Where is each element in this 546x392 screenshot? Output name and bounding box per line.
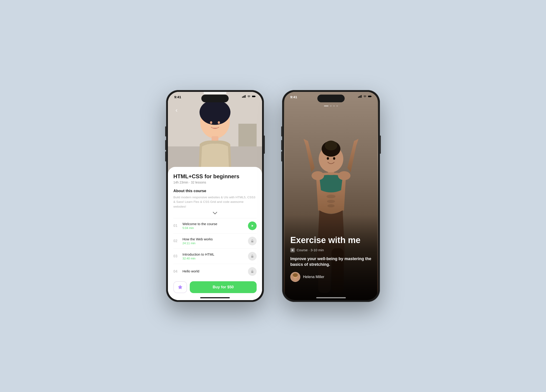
wifi-icon-2 <box>363 95 367 98</box>
lock-icon-2 <box>250 239 254 243</box>
lesson-lock-button-2 <box>248 237 257 245</box>
phone-2-screen: 9:41 <box>284 92 378 300</box>
lesson-num-2: 02 <box>173 239 182 243</box>
svg-rect-2 <box>244 96 245 97</box>
dynamic-island-1 <box>201 95 229 102</box>
svg-point-33 <box>326 195 335 198</box>
course-description: Build modern responsive websites & UIs w… <box>173 195 257 209</box>
buy-button[interactable]: Buy for $50 <box>190 281 257 293</box>
status-icons-2 <box>358 95 372 98</box>
lesson-info-3: Introduction to HTML 32:40 min <box>182 252 248 260</box>
dot-1 <box>324 105 329 106</box>
instructor-avatar <box>290 272 300 282</box>
exercise-type-row: Course · 3-10 min <box>290 248 372 252</box>
battery-icon-2 <box>368 95 372 98</box>
exercise-title: Exercise with me <box>290 236 372 245</box>
svg-rect-18 <box>251 256 253 258</box>
battery-icon-1 <box>252 95 256 98</box>
signal-icon-2 <box>358 95 362 98</box>
back-icon <box>175 109 178 112</box>
phone-1-screen: 9:41 <box>168 92 262 300</box>
wifi-icon-1 <box>247 95 251 98</box>
instructor-name: Helena Miller <box>303 275 324 279</box>
lesson-list: 01 Welcome to the course 5:04 min 02 Ho <box>173 218 257 279</box>
instructor-avatar-svg <box>291 272 300 282</box>
exercise-content: Exercise with me Course · 3-10 min Impro… <box>284 236 378 282</box>
svg-rect-5 <box>255 96 256 97</box>
lesson-name-3: Introduction to HTML <box>182 252 248 256</box>
about-section-title: About this course <box>173 189 257 193</box>
svg-point-32 <box>333 157 335 160</box>
lesson-lock-button-3 <box>248 252 257 261</box>
svg-rect-4 <box>252 96 255 97</box>
lesson-item-3[interactable]: 03 Introduction to HTML 32:40 min <box>173 249 257 264</box>
lesson-name-1: Welcome to the course <box>182 222 248 226</box>
back-button[interactable] <box>172 106 181 115</box>
course-meta: 14h 23min · 32 lessons <box>173 180 257 184</box>
svg-point-14 <box>210 121 212 124</box>
svg-rect-42 <box>371 96 372 97</box>
favorite-button[interactable] <box>173 281 187 293</box>
lesson-duration-2: 24:11 min <box>182 241 248 245</box>
dot-2 <box>330 105 332 106</box>
svg-rect-1 <box>243 96 244 98</box>
lesson-duration-3: 32:40 min <box>182 257 248 260</box>
exercise-description: Improve your well-being by mastering the… <box>290 256 372 267</box>
dot-4 <box>336 105 338 106</box>
play-course-icon <box>291 249 294 251</box>
svg-point-35 <box>327 204 334 207</box>
svg-point-46 <box>293 273 298 277</box>
lesson-info-2: How the Web works 24:11 min <box>182 237 248 245</box>
svg-point-26 <box>325 141 337 150</box>
lesson-lock-button-4 <box>248 267 257 276</box>
pagination-dots <box>284 105 378 106</box>
svg-rect-38 <box>359 96 360 98</box>
lesson-info-1: Welcome to the course 5:04 min <box>182 222 248 230</box>
lesson-play-button-1[interactable] <box>248 221 257 230</box>
svg-point-28 <box>338 171 350 180</box>
course-label: Course · 3-10 min <box>297 248 324 252</box>
svg-rect-41 <box>368 96 371 97</box>
svg-rect-17 <box>251 241 253 242</box>
lesson-item-4[interactable]: 04 Hello world <box>173 264 257 279</box>
dot-3 <box>333 105 335 106</box>
svg-rect-3 <box>245 95 246 97</box>
phone-2: 9:41 <box>282 90 380 302</box>
svg-rect-13 <box>201 110 229 117</box>
course-title: HTML+CSS for beginners <box>173 173 257 180</box>
lesson-info-4: Hello world <box>182 269 248 274</box>
svg-rect-39 <box>360 96 361 97</box>
chevron-down-icon <box>213 212 217 214</box>
lesson-item-1[interactable]: 01 Welcome to the course 5:04 min <box>173 218 257 233</box>
bottom-action-bar: Buy for $50 <box>168 277 262 300</box>
svg-rect-10 <box>238 124 257 147</box>
svg-rect-19 <box>251 271 253 273</box>
lesson-num-1: 01 <box>173 224 182 228</box>
lesson-item-2[interactable]: 02 How the Web works 24:11 min <box>173 233 257 249</box>
lock-icon-3 <box>250 254 254 258</box>
dynamic-island-2 <box>317 95 345 102</box>
svg-point-31 <box>327 157 329 160</box>
home-indicator-2 <box>316 297 346 298</box>
course-type-icon <box>290 248 295 252</box>
lesson-duration-1: 5:04 min <box>182 226 248 230</box>
expand-button[interactable] <box>173 212 257 214</box>
lesson-name-4: Hello world <box>182 269 248 273</box>
home-indicator-1 <box>200 297 230 298</box>
phone-1: 9:41 <box>166 90 264 302</box>
svg-rect-0 <box>242 97 243 98</box>
play-icon-1 <box>250 224 254 228</box>
svg-point-27 <box>312 171 324 180</box>
lock-icon-4 <box>250 270 254 273</box>
status-icons-1 <box>242 95 256 98</box>
instructor-row: Helena Miller <box>290 272 372 282</box>
status-time-2: 9:41 <box>290 95 297 99</box>
lesson-num-4: 04 <box>173 270 182 274</box>
svg-point-34 <box>327 200 335 203</box>
lesson-name-2: How the Web works <box>182 237 248 241</box>
svg-point-15 <box>218 121 220 124</box>
star-icon <box>178 285 183 290</box>
svg-rect-40 <box>361 95 362 97</box>
status-time-1: 9:41 <box>174 95 181 99</box>
signal-icon-1 <box>242 95 246 98</box>
